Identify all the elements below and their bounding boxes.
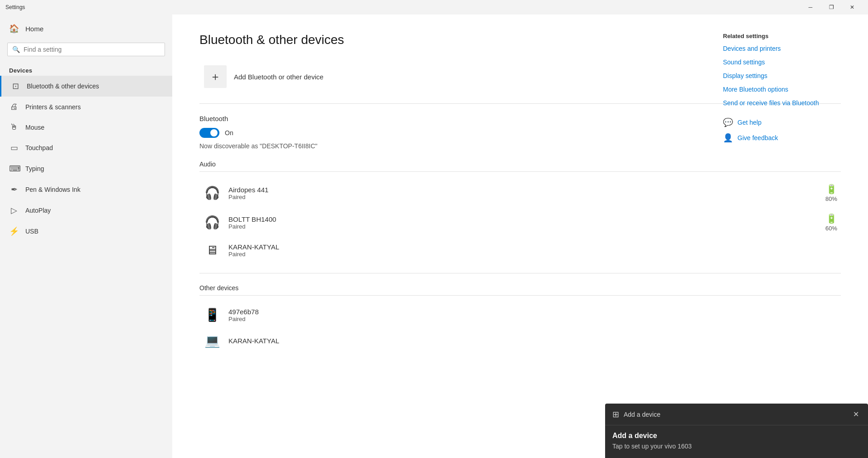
sidebar-item-label: Bluetooth & other devices [27, 83, 99, 90]
device-item-karan-audio[interactable]: 🖥 KARAN-KATYAL Paired [199, 238, 841, 262]
touchpad-icon: ▭ [9, 143, 19, 153]
printer-icon: 🖨 [9, 102, 19, 112]
toast-icon: ⊞ [612, 409, 619, 419]
sidebar: 🏠 Home 🔍 Devices ⊡ Bluetooth & other dev… [0, 15, 172, 458]
keyboard-icon: ⌨ [9, 164, 19, 174]
sidebar-item-bluetooth[interactable]: ⊡ Bluetooth & other devices [0, 76, 172, 97]
device-item-airdopes[interactable]: 🎧 Airdopes 441 Paired 🔋 80% [199, 179, 841, 207]
app-title: Settings [5, 4, 25, 10]
device-item-left: 🎧 BOLTT BH1400 Paired [203, 215, 276, 230]
close-button[interactable]: ✕ [842, 0, 863, 15]
section-divider-2 [199, 273, 841, 273]
main-content: Bluetooth & other devices ＋ Add Bluetoot… [172, 15, 868, 458]
battery-percent: 80% [825, 195, 837, 202]
sidebar-item-autoplay[interactable]: ▷ AutoPlay [0, 200, 172, 221]
device-item-left: 🎧 Airdopes 441 Paired [203, 185, 268, 200]
sidebar-item-label: USB [25, 228, 39, 235]
device-name: KARAN-KATYAL [228, 337, 279, 345]
toggle-thumb [210, 129, 218, 136]
sidebar-item-touchpad[interactable]: ▭ Touchpad [0, 137, 172, 158]
sidebar-item-label: Touchpad [25, 144, 53, 151]
home-icon: 🏠 [9, 24, 19, 34]
toggle-track [199, 128, 219, 138]
battery-icon: 🔋 [826, 184, 837, 195]
device-item-karan-other[interactable]: 💻 KARAN-KATYAL [199, 329, 841, 353]
link-devices-printers[interactable]: Devices and printers [723, 45, 850, 52]
headphones-icon: 🎧 [203, 185, 221, 200]
app-body: 🏠 Home 🔍 Devices ⊡ Bluetooth & other dev… [0, 15, 868, 458]
device-item-left: 📱 497e6b78 Paired [203, 307, 259, 322]
battery-percent: 60% [825, 225, 837, 232]
add-device-label: Add Bluetooth or other device [234, 73, 324, 81]
audio-section-title: Audio [199, 161, 841, 172]
window-controls: ─ ❐ ✕ [800, 0, 863, 15]
device-right: 🔋 80% [825, 184, 837, 202]
device-name: KARAN-KATYAL [228, 243, 279, 251]
laptop-icon: 💻 [203, 333, 221, 348]
monitor-icon: 🖥 [203, 243, 221, 258]
sidebar-item-printers[interactable]: 🖨 Printers & scanners [0, 97, 172, 117]
device-name: Airdopes 441 [228, 186, 268, 194]
add-device-button[interactable]: ＋ Add Bluetooth or other device [199, 61, 328, 93]
toast-header: ⊞ Add a device ✕ [605, 404, 868, 425]
device-info: BOLTT BH1400 Paired [228, 215, 276, 230]
search-input[interactable] [24, 46, 160, 53]
help-section: 💬 Get help 👤 Give feedback [723, 117, 850, 143]
battery-icon: 🔋 [826, 213, 837, 224]
device-item-boltt[interactable]: 🎧 BOLTT BH1400 Paired 🔋 60% [199, 209, 841, 236]
minimize-button[interactable]: ─ [800, 0, 821, 15]
feedback-item[interactable]: 👤 Give feedback [723, 133, 850, 143]
toast-title: Add a device [612, 432, 861, 440]
device-status: Paired [228, 194, 268, 200]
add-device-icon: ＋ [204, 65, 227, 88]
titlebar: Settings ─ ❐ ✕ [0, 0, 868, 15]
feedback-label: Give feedback [737, 134, 778, 141]
other-section-title: Other devices [199, 284, 841, 296]
sidebar-item-label: Mouse [25, 124, 44, 131]
device-name: BOLTT BH1400 [228, 215, 276, 223]
toast-description: Tap to set up your vivo 1603 [612, 443, 861, 450]
sidebar-item-pen[interactable]: ✒ Pen & Windows Ink [0, 179, 172, 200]
sidebar-item-label: Printers & scanners [25, 103, 81, 111]
toast-header-title: Add a device [624, 411, 660, 418]
sidebar-home-item[interactable]: 🏠 Home [0, 18, 172, 39]
link-more-bluetooth[interactable]: More Bluetooth options [723, 86, 850, 93]
toast-close-button[interactable]: ✕ [851, 408, 861, 420]
get-help-label: Get help [737, 119, 761, 126]
get-help-item[interactable]: 💬 Get help [723, 117, 850, 127]
get-help-icon: 💬 [723, 117, 733, 127]
device-item-left: 💻 KARAN-KATYAL [203, 333, 279, 348]
sidebar-item-typing[interactable]: ⌨ Typing [0, 158, 172, 179]
device-status: Paired [228, 316, 259, 322]
bluetooth-icon: ⊡ [10, 81, 20, 91]
link-display-settings[interactable]: Display settings [723, 72, 850, 79]
toast-header-left: ⊞ Add a device [612, 409, 660, 419]
headphones-icon: 🎧 [203, 215, 221, 230]
device-right: 🔋 60% [825, 213, 837, 232]
sidebar-item-label: Pen & Windows Ink [25, 186, 80, 193]
device-info: KARAN-KATYAL Paired [228, 243, 279, 258]
bluetooth-toggle[interactable] [199, 128, 219, 138]
device-item-497[interactable]: 📱 497e6b78 Paired [199, 303, 841, 327]
toast-notification: ⊞ Add a device ✕ Add a device Tap to set… [605, 404, 868, 458]
device-info: Airdopes 441 Paired [228, 186, 268, 200]
sidebar-item-label: AutoPlay [25, 207, 51, 214]
related-settings-title: Related settings [723, 33, 850, 39]
link-send-receive[interactable]: Send or receive files via Bluetooth [723, 99, 850, 107]
sidebar-item-usb[interactable]: ⚡ USB [0, 221, 172, 242]
device-name: 497e6b78 [228, 308, 259, 316]
pen-icon: ✒ [9, 185, 19, 195]
sidebar-item-mouse[interactable]: 🖱 Mouse [0, 117, 172, 137]
maximize-button[interactable]: ❐ [821, 0, 842, 15]
toast-body[interactable]: Add a device Tap to set up your vivo 160… [605, 425, 868, 458]
link-sound-settings[interactable]: Sound settings [723, 58, 850, 66]
sidebar-item-label: Typing [25, 165, 44, 172]
sidebar-section-label: Devices [0, 63, 172, 76]
autoplay-icon: ▷ [9, 205, 19, 215]
usb-icon: ⚡ [9, 226, 19, 236]
toggle-state-label: On [225, 129, 233, 136]
mouse-icon: 🖱 [9, 122, 19, 132]
sidebar-home-label: Home [25, 25, 44, 33]
search-box[interactable]: 🔍 [7, 43, 165, 56]
device-status: Paired [228, 223, 276, 230]
